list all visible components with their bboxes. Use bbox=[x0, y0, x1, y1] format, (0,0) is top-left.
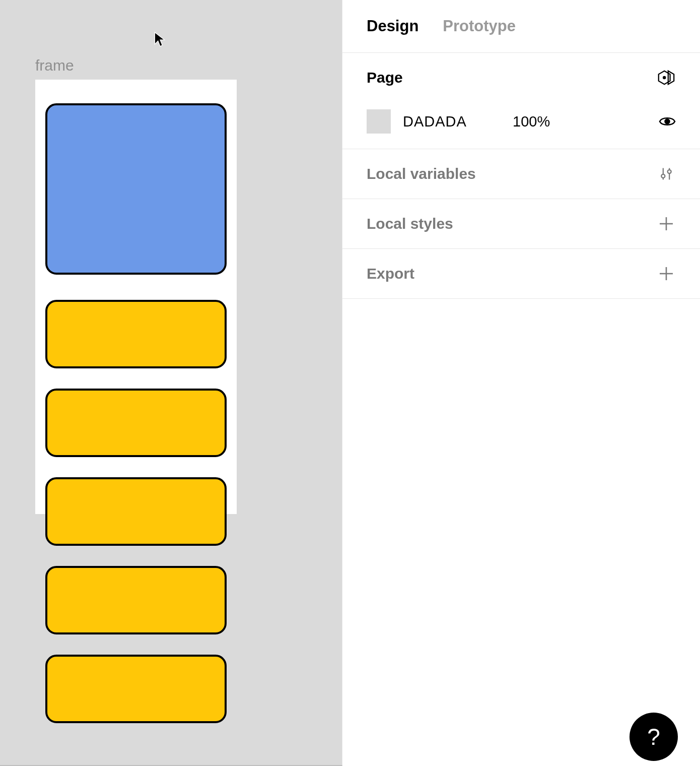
sliders-icon[interactable] bbox=[657, 164, 676, 183]
help-icon: ? bbox=[647, 723, 660, 750]
canvas[interactable]: frame bbox=[0, 0, 342, 766]
inspector-tabs: Design Prototype bbox=[342, 0, 700, 53]
app-root: frame Design Prototype Page bbox=[0, 0, 700, 766]
section-local-styles: Local styles bbox=[342, 199, 700, 249]
local-variables-head[interactable]: Local variables bbox=[367, 164, 676, 183]
visibility-toggle-icon[interactable] bbox=[659, 113, 676, 130]
svg-point-7 bbox=[668, 170, 671, 173]
section-page-head: Page bbox=[367, 68, 676, 87]
local-styles-title: Local styles bbox=[367, 215, 453, 232]
canvas-shape-item[interactable] bbox=[45, 566, 227, 634]
local-styles-head[interactable]: Local styles bbox=[367, 214, 676, 233]
svg-marker-1 bbox=[668, 71, 674, 85]
tab-design[interactable]: Design bbox=[367, 17, 418, 35]
canvas-shape-item[interactable] bbox=[45, 655, 227, 723]
help-button[interactable]: ? bbox=[629, 713, 678, 761]
page-color-hex[interactable]: DADADA bbox=[403, 113, 499, 130]
page-title: Page bbox=[367, 69, 403, 86]
page-color-swatch[interactable] bbox=[367, 109, 391, 134]
section-export: Export bbox=[342, 249, 700, 299]
export-head[interactable]: Export bbox=[367, 264, 676, 283]
canvas-shape-item[interactable] bbox=[45, 389, 227, 457]
canvas-shape-item[interactable] bbox=[45, 477, 227, 546]
inspector-panel: Design Prototype Page DADADA 100% bbox=[342, 0, 700, 766]
plus-icon[interactable] bbox=[657, 214, 676, 233]
page-color-opacity[interactable]: 100% bbox=[513, 113, 647, 130]
local-variables-title: Local variables bbox=[367, 165, 476, 182]
svg-point-2 bbox=[663, 77, 665, 79]
section-local-variables: Local variables bbox=[342, 149, 700, 199]
canvas-shape-item[interactable] bbox=[45, 300, 227, 368]
tab-prototype[interactable]: Prototype bbox=[443, 17, 516, 35]
page-fill-row: DADADA 100% bbox=[367, 109, 676, 134]
plus-icon[interactable] bbox=[657, 264, 676, 283]
section-page: Page DADADA 100% bbox=[342, 53, 700, 149]
cursor-icon bbox=[154, 31, 167, 47]
svg-point-5 bbox=[661, 174, 665, 178]
export-title: Export bbox=[367, 265, 414, 282]
variable-mode-icon[interactable] bbox=[657, 68, 676, 87]
svg-point-3 bbox=[665, 119, 670, 124]
canvas-shape-hero[interactable] bbox=[45, 103, 227, 275]
frame-label[interactable]: frame bbox=[35, 57, 74, 74]
